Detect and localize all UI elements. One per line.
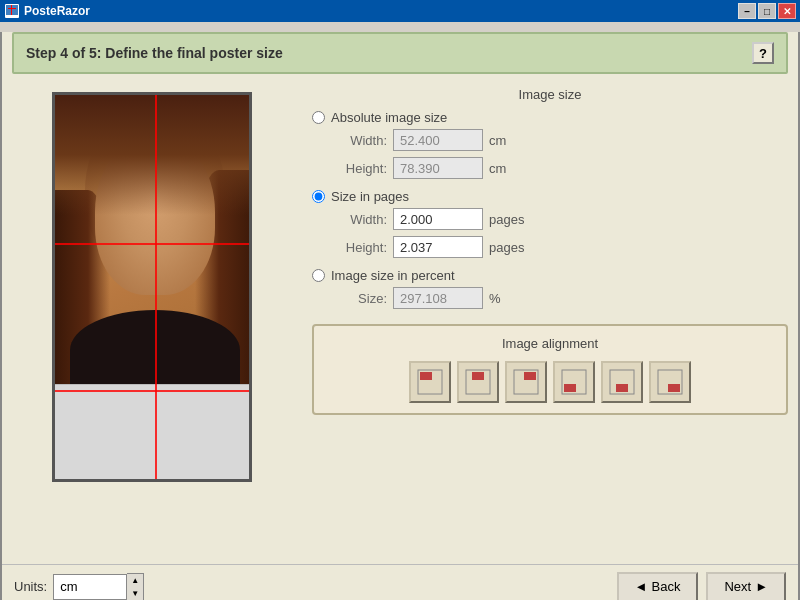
percent-size-label2: Size: (332, 291, 387, 306)
align-bottom-right-icon (656, 368, 684, 396)
back-button[interactable]: ◄ Back (617, 572, 699, 601)
units-wrapper: ▲ ▼ (53, 573, 144, 601)
grid-line-h1 (55, 243, 249, 245)
units-up-button[interactable]: ▲ (127, 574, 143, 587)
pages-width-unit: pages (489, 212, 524, 227)
grid-line-v1 (155, 95, 157, 479)
alignment-buttons (324, 361, 776, 403)
poster-container (52, 92, 252, 482)
align-bottom-left-icon (560, 368, 588, 396)
pages-height-label: Height: (332, 240, 387, 255)
app-icon (4, 3, 20, 19)
pages-width-label: Width: (332, 212, 387, 227)
abs-width-label: Width: (332, 133, 387, 148)
poster-preview (12, 82, 292, 482)
bottom-bar: Units: ▲ ▼ ◄ Back Next ► (2, 564, 798, 600)
app-title: PosteRazor (24, 4, 90, 18)
align-top-right-icon (512, 368, 540, 396)
svg-rect-7 (472, 372, 484, 380)
units-label: Units: (14, 579, 47, 594)
poster-blank-area (55, 384, 252, 479)
svg-rect-3 (11, 5, 12, 15)
pages-height-input[interactable] (393, 236, 483, 258)
abs-height-input[interactable] (393, 157, 483, 179)
abs-height-row: Height: cm (332, 157, 788, 179)
pages-height-unit: pages (489, 240, 524, 255)
abs-width-input[interactable] (393, 129, 483, 151)
close-button[interactable]: ✕ (778, 3, 796, 19)
abs-height-unit: cm (489, 161, 506, 176)
align-top-left-button[interactable] (409, 361, 451, 403)
absolute-size-label: Absolute image size (331, 110, 447, 125)
align-top-right-button[interactable] (505, 361, 547, 403)
next-arrow-icon: ► (755, 579, 768, 594)
content-area: Image size Absolute image size Width: cm… (2, 82, 798, 482)
pages-size-label: Size in pages (331, 189, 409, 204)
abs-width-row: Width: cm (332, 129, 788, 151)
pages-size-radio[interactable] (312, 190, 325, 203)
percent-size-row: Size: % (332, 287, 788, 309)
window-controls: – □ ✕ (738, 3, 796, 19)
align-bottom-center-icon (608, 368, 636, 396)
svg-rect-5 (420, 372, 432, 380)
main-window: Step 4 of 5: Define the final poster siz… (0, 32, 800, 600)
absolute-size-radio[interactable] (312, 111, 325, 124)
units-spinner: ▲ ▼ (127, 573, 144, 601)
minimize-button[interactable]: – (738, 3, 756, 19)
align-bottom-center-button[interactable] (601, 361, 643, 403)
svg-rect-15 (668, 384, 680, 392)
align-bottom-left-button[interactable] (553, 361, 595, 403)
grid-line-h2 (55, 390, 249, 392)
svg-rect-9 (524, 372, 536, 380)
title-bar: PosteRazor – □ ✕ (0, 0, 800, 22)
align-top-center-icon (464, 368, 492, 396)
percent-size-group: Image size in percent Size: % (312, 268, 788, 309)
align-top-left-icon (416, 368, 444, 396)
pages-size-group: Size in pages Width: pages Height: pages (312, 189, 788, 258)
svg-rect-13 (616, 384, 628, 392)
back-label: Back (651, 579, 680, 594)
back-arrow-icon: ◄ (635, 579, 648, 594)
step-header: Step 4 of 5: Define the final poster siz… (12, 32, 788, 74)
maximize-button[interactable]: □ (758, 3, 776, 19)
absolute-size-group: Absolute image size Width: cm Height: cm (312, 110, 788, 179)
next-label: Next (724, 579, 751, 594)
align-top-center-button[interactable] (457, 361, 499, 403)
percent-size-label: Image size in percent (331, 268, 455, 283)
step-title: Step 4 of 5: Define the final poster siz… (26, 45, 283, 61)
pages-width-input[interactable] (393, 208, 483, 230)
image-size-label: Image size (312, 87, 788, 102)
units-down-button[interactable]: ▼ (127, 587, 143, 600)
abs-width-unit: cm (489, 133, 506, 148)
help-button[interactable]: ? (752, 42, 774, 64)
alignment-label: Image alignment (324, 336, 776, 351)
alignment-section: Image alignment (312, 324, 788, 415)
next-button[interactable]: Next ► (706, 572, 786, 601)
percent-size-unit: % (489, 291, 501, 306)
svg-rect-11 (564, 384, 576, 392)
align-bottom-right-button[interactable] (649, 361, 691, 403)
pages-height-row: Height: pages (332, 236, 788, 258)
percent-size-radio[interactable] (312, 269, 325, 282)
right-panel: Image size Absolute image size Width: cm… (312, 82, 788, 482)
percent-size-input[interactable] (393, 287, 483, 309)
pages-width-row: Width: pages (332, 208, 788, 230)
units-input[interactable] (53, 574, 127, 600)
abs-height-label: Height: (332, 161, 387, 176)
